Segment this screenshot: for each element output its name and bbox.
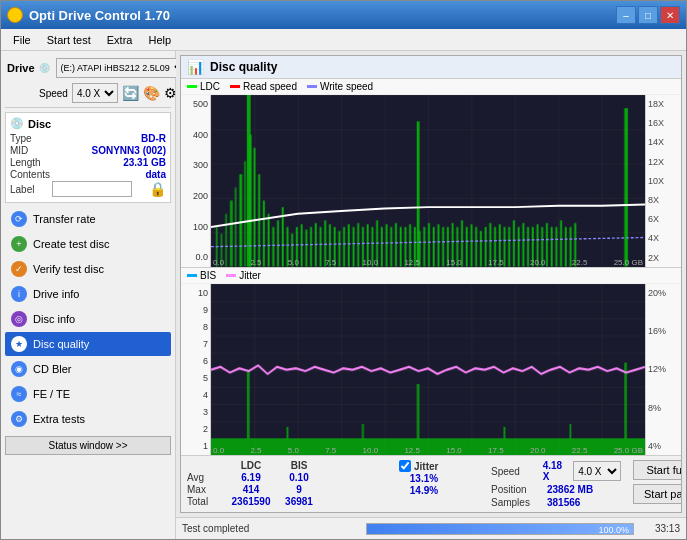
disc-label-input[interactable] — [52, 181, 132, 197]
jitter-checkbox[interactable] — [399, 460, 411, 472]
max-label: Max — [187, 484, 223, 495]
sidebar-item-disc-quality[interactable]: ★ Disc quality — [5, 332, 171, 356]
svg-rect-10 — [253, 148, 255, 267]
legend-write: Write speed — [307, 81, 373, 92]
status-window-button[interactable]: Status window >> — [5, 436, 171, 455]
disc-contents-value: data — [145, 169, 166, 180]
color-icon[interactable]: 🎨 — [143, 85, 160, 101]
legend-read: Read speed — [230, 81, 297, 92]
disc-type-row: Type BD-R — [10, 133, 166, 144]
speed-info-row: Speed 4.18 X 4.0 X — [491, 460, 621, 482]
start-part-button[interactable]: Start part — [633, 484, 682, 504]
svg-rect-8 — [244, 161, 246, 267]
stats-table: LDC BIS Avg 6.19 0.10 Max 414 9 — [187, 460, 387, 508]
total-row: Total 2361590 36981 — [187, 496, 387, 507]
nav-extra-tests-label: Extra tests — [33, 413, 85, 425]
chart2: 10 9 8 7 6 5 4 3 2 1 — [181, 284, 681, 456]
total-label: Total — [187, 496, 223, 507]
svg-rect-79 — [247, 95, 251, 267]
chart-title-icon: 📊 — [187, 59, 204, 75]
jitter-max-row: 14.9% — [399, 485, 479, 496]
nav-disc-quality-label: Disc quality — [33, 338, 89, 350]
menu-help[interactable]: Help — [140, 32, 179, 48]
speed-stat-val: 4.18 X — [543, 460, 570, 482]
action-buttons: Start full Start part — [633, 460, 682, 508]
chart2-y-left: 10 9 8 7 6 5 4 3 2 1 — [181, 284, 211, 456]
sidebar: Drive 💿 (E:) ATAPI iHBS212 2.5L09 ⏏ Spee… — [1, 51, 176, 539]
drive-select[interactable]: (E:) ATAPI iHBS212 2.5L09 — [56, 58, 188, 78]
cd-bler-icon: ◉ — [11, 361, 27, 377]
chart-container: 📊 Disc quality LDC Read speed W — [180, 55, 682, 513]
svg-rect-87 — [624, 362, 627, 455]
speed-select[interactable]: 4.0 X — [72, 83, 118, 103]
bis-max-val: 9 — [279, 484, 319, 495]
position-val: 23862 MB — [547, 484, 593, 495]
speed-position-section: Speed 4.18 X 4.0 X Position 23862 MB Sam… — [491, 460, 621, 508]
main-area: 📊 Disc quality LDC Read speed W — [176, 51, 686, 539]
max-row: Max 414 9 — [187, 484, 387, 495]
disc-length-value: 23.31 GB — [123, 157, 166, 168]
minimize-button[interactable]: – — [616, 6, 636, 24]
jitter-section: Jitter 13.1% 14.9% — [399, 460, 479, 508]
legend-ldc-dot — [187, 85, 197, 88]
start-full-button[interactable]: Start full — [633, 460, 682, 480]
svg-rect-85 — [247, 369, 250, 455]
progress-bar: 100.0% — [366, 523, 634, 535]
disc-type-value: BD-R — [141, 133, 166, 144]
sidebar-item-verify-test[interactable]: ✓ Verify test disc — [5, 257, 171, 281]
close-button[interactable]: ✕ — [660, 6, 680, 24]
samples-row: Samples 381566 — [491, 497, 621, 508]
menu-extra[interactable]: Extra — [99, 32, 141, 48]
chart1: 500 400 300 200 100 0.0 — [181, 95, 681, 268]
legend-write-dot — [307, 85, 317, 88]
sidebar-item-disc-info[interactable]: ◎ Disc info — [5, 307, 171, 331]
legend-ldc-label: LDC — [200, 81, 220, 92]
speed-row: Speed 4.0 X 🔄 🎨 ⚙ 💾 — [5, 81, 171, 108]
menu-file[interactable]: File — [5, 32, 39, 48]
svg-rect-86 — [417, 384, 420, 455]
refresh-icon[interactable]: 🔄 — [122, 85, 139, 101]
nav-create-test-label: Create test disc — [33, 238, 109, 250]
ldc-max-val: 414 — [225, 484, 277, 495]
disc-length-row: Length 23.31 GB — [10, 157, 166, 168]
disc-label-row: Label 🔒 — [10, 181, 166, 197]
disc-length-label: Length — [10, 157, 41, 168]
disc-section-header: 💿 Disc — [10, 117, 166, 130]
chart-title: Disc quality — [210, 60, 277, 74]
jitter-col-header: Jitter — [414, 461, 438, 472]
speed-stat-label: Speed — [491, 466, 539, 477]
svg-rect-80 — [417, 121, 420, 266]
maximize-button[interactable]: □ — [638, 6, 658, 24]
svg-rect-83 — [211, 284, 645, 456]
sidebar-item-fe-te[interactable]: ≈ FE / TE — [5, 382, 171, 406]
stats-header-row: LDC BIS — [187, 460, 387, 471]
disc-mid-row: MID SONYNN3 (002) — [10, 145, 166, 156]
settings-icon[interactable]: ⚙ — [164, 85, 177, 101]
sidebar-item-drive-info[interactable]: i Drive info — [5, 282, 171, 306]
ldc-col-header: LDC — [225, 460, 277, 471]
menu-start-test[interactable]: Start test — [39, 32, 99, 48]
samples-val: 381566 — [547, 497, 580, 508]
content-area: Drive 💿 (E:) ATAPI iHBS212 2.5L09 ⏏ Spee… — [1, 51, 686, 539]
disc-label-label: Label — [10, 184, 34, 195]
speed-label: Speed — [39, 88, 68, 99]
create-test-icon: + — [11, 236, 27, 252]
menu-bar: File Start test Extra Help — [1, 29, 686, 51]
speed-stat-select[interactable]: 4.0 X — [573, 461, 621, 481]
nav-drive-info-label: Drive info — [33, 288, 79, 300]
title-bar: Opti Drive Control 1.70 – □ ✕ — [1, 1, 686, 29]
sidebar-item-extra-tests[interactable]: ⚙ Extra tests — [5, 407, 171, 431]
disc-cd-icon: 💿 — [10, 117, 24, 130]
chart2-plot: 0.02.55.07.510.012.515.017.520.022.525.0… — [211, 284, 645, 456]
sidebar-item-transfer-rate[interactable]: ⟳ Transfer rate — [5, 207, 171, 231]
sidebar-item-create-test[interactable]: + Create test disc — [5, 232, 171, 256]
legend-bis: BIS — [187, 270, 216, 281]
chart1-plot: 0.02.55.07.510.012.515.017.520.022.525.0… — [211, 95, 645, 267]
legend-jitter: Jitter — [226, 270, 261, 281]
drive-disc-icon: 💿 — [39, 63, 50, 73]
disc-label-icon[interactable]: 🔒 — [149, 181, 166, 197]
legend-bis-label: BIS — [200, 270, 216, 281]
sidebar-item-cd-bler[interactable]: ◉ CD Bler — [5, 357, 171, 381]
chart1-legend: LDC Read speed Write speed — [181, 79, 681, 95]
status-bar: Test completed 100.0% 33:13 — [176, 517, 686, 539]
